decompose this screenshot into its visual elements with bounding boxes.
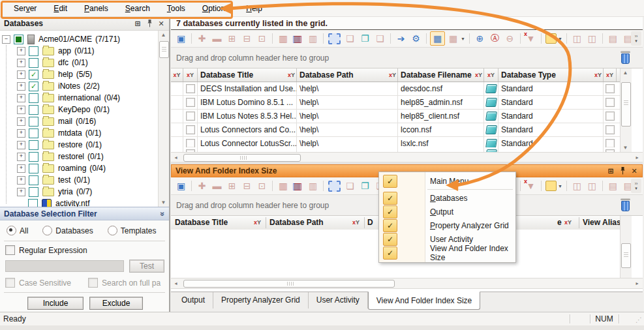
add-row-icon[interactable]: ✚ [195, 32, 209, 45]
menu-item-search[interactable]: Search [117, 2, 159, 15]
tree-checkbox[interactable] [29, 58, 38, 68]
expand-expander-icon[interactable]: + [17, 94, 25, 102]
tree-item-server[interactable]: − Acme01/ACME(7/171) [0, 33, 169, 45]
column-header-view-alias[interactable]: View Alias [583, 216, 621, 229]
report-icon[interactable]: ▤ [606, 32, 620, 45]
collapse-left-icon[interactable]: ◫ [570, 32, 584, 45]
tab-property-analyzer-grid[interactable]: Property Analyzer Grid [213, 292, 309, 308]
context-menu-item-property-analyzer-grid[interactable]: ✓ Property Analyzer Grid [379, 218, 515, 232]
column-header-database-path[interactable]: Database Path [269, 216, 324, 229]
tree-checkbox[interactable] [29, 93, 38, 103]
upper-groupby-bar[interactable]: Drag and drop column header here to grou… [171, 48, 643, 68]
copy-grid-icon[interactable]: ❐ [358, 32, 372, 45]
tab-output[interactable]: Output [174, 292, 213, 308]
highlight-column-icon[interactable]: ▥ [291, 179, 305, 192]
tree-scrollbar[interactable]: ▲ ▼ [158, 31, 169, 207]
row-checkbox[interactable] [186, 125, 195, 134]
test-button[interactable]: Test [129, 260, 164, 273]
tree-item-test[interactable]: + test(0/1) [0, 174, 169, 186]
collapse-right-icon[interactable]: ◫ [585, 179, 599, 192]
lower-vertical-scrollbar[interactable] [620, 216, 632, 278]
collapse-right-icon[interactable]: ◫ [585, 32, 599, 45]
table-row[interactable]: IBM Lotus Notes 8.5.3 Hel... \help\ help… [171, 110, 620, 123]
expand-expander-icon[interactable]: + [17, 164, 25, 173]
pin-icon[interactable] [144, 19, 155, 28]
upper-vertical-scrollbar[interactable]: ▲ ▼ [620, 68, 632, 152]
column-filter-icon[interactable]: xY [389, 72, 396, 78]
tree-item-dfc[interactable]: + dfc(0/1) [0, 57, 169, 68]
include-button[interactable]: Include [27, 297, 84, 310]
expand-expander-icon[interactable]: + [17, 141, 25, 149]
expand-expander-icon[interactable]: + [17, 106, 25, 114]
tree-item-mail[interactable]: + mail(0/16) [0, 115, 169, 127]
automation-icon[interactable]: ⚙ [409, 32, 423, 45]
table-row[interactable]: Lotus Connectors and Co... \help\ lccon.… [171, 123, 620, 137]
copy-icon[interactable]: ❏ [343, 179, 357, 192]
pin-icon[interactable] [617, 166, 628, 175]
checked-checkbox-icon[interactable]: ✓ [383, 175, 397, 188]
dropdown-arrow-icon[interactable]: ▼ [461, 37, 465, 41]
select-related-icon[interactable]: ⊡ [255, 179, 269, 192]
grid-layout-icon[interactable]: ▦ [430, 31, 445, 46]
tree-checkbox[interactable] [29, 140, 38, 150]
menu-item-help[interactable]: Help [238, 2, 271, 15]
checked-checkbox-icon[interactable]: ✓ [383, 247, 397, 260]
database-properties-icon[interactable]: ▣ [174, 179, 188, 192]
filter-icon-slot[interactable]: xY [564, 216, 572, 229]
expand-expander-icon[interactable]: + [17, 59, 25, 67]
tree-checkbox-checked[interactable]: ✓ [29, 70, 38, 80]
column-filter-icon[interactable]: xY [564, 219, 572, 226]
selection-mode-icon[interactable] [328, 33, 341, 44]
tree-checkbox[interactable] [29, 152, 38, 162]
expand-expander-icon[interactable]: + [17, 82, 25, 91]
clear-filter-icon[interactable]: ▼x [524, 179, 538, 192]
tree-checkbox-partial[interactable] [14, 35, 23, 44]
tab-user-activity[interactable]: User Activity [309, 292, 368, 308]
expand-expander-icon[interactable]: + [17, 129, 25, 138]
column-layout-icon[interactable]: ▥ [306, 179, 320, 192]
tree-item-help[interactable]: +✓ help(5/5) [0, 68, 169, 80]
column-header-blank[interactable]: xY [171, 68, 183, 82]
close-panel-icon[interactable]: ✕ [629, 166, 639, 175]
tree-item-international[interactable]: + international(0/4) [0, 92, 169, 104]
scroll-left-icon[interactable]: ◂ [172, 153, 180, 162]
insert-before-icon[interactable]: ⊞ [225, 32, 239, 45]
tree-checkbox[interactable] [29, 117, 38, 127]
tree-item-roaming[interactable]: + roaming(0/4) [0, 162, 169, 174]
row-checkbox[interactable] [606, 139, 615, 148]
row-checkbox[interactable] [606, 98, 615, 107]
zoom-in-icon[interactable]: ⊕ [473, 32, 487, 45]
scroll-up-icon[interactable]: ▲ [160, 32, 167, 38]
report-icon[interactable]: ▤ [606, 179, 620, 192]
radio-databases[interactable] [42, 226, 52, 235]
column-filter-icon[interactable]: xY [254, 219, 261, 226]
dropdown-arrow-icon[interactable]: ▼ [558, 184, 562, 188]
column-header-blank[interactable]: xY [484, 68, 498, 82]
column-header-blank[interactable]: xY [183, 68, 198, 82]
scroll-right-icon[interactable]: ▸ [633, 278, 641, 288]
scroll-left-icon[interactable]: ◂ [172, 278, 180, 288]
context-menu-item-databases[interactable]: ✓ Databases [379, 191, 515, 205]
tree-checkbox[interactable] [29, 105, 38, 115]
menu-item-panels[interactable]: Panels [76, 2, 117, 15]
trash-icon[interactable] [620, 198, 631, 212]
collapse-expander-icon[interactable]: − [2, 35, 10, 44]
expand-expander-icon[interactable]: + [17, 153, 25, 161]
tree-checkbox[interactable] [28, 199, 38, 207]
context-menu-item-output[interactable]: ✓ Output [379, 205, 515, 218]
tree-item-keydepo[interactable]: + KeyDepo(0/1) [0, 104, 169, 115]
scrollbar-thumb[interactable] [621, 243, 631, 268]
add-row-icon[interactable]: ✚ [195, 179, 209, 192]
toolbar-grip[interactable] [1, 3, 5, 14]
table-row[interactable]: DECS Installation and Use... \help\ decs… [171, 82, 620, 96]
menu-item-tools[interactable]: Tools [159, 2, 194, 15]
column-filter-icon[interactable]: xY [475, 72, 482, 78]
radio-all[interactable] [7, 226, 16, 235]
radio-templates[interactable] [108, 226, 117, 235]
regular-expression-checkbox[interactable] [5, 245, 15, 255]
menu-item-edit[interactable]: Edit [45, 2, 76, 15]
expand-expander-icon[interactable]: + [17, 117, 25, 126]
find-letter-icon[interactable]: Ⓐ [488, 32, 502, 45]
lower-horizontal-scrollbar[interactable]: ◂ ▸ [171, 278, 643, 289]
exclude-button[interactable]: Exclude [89, 297, 143, 310]
